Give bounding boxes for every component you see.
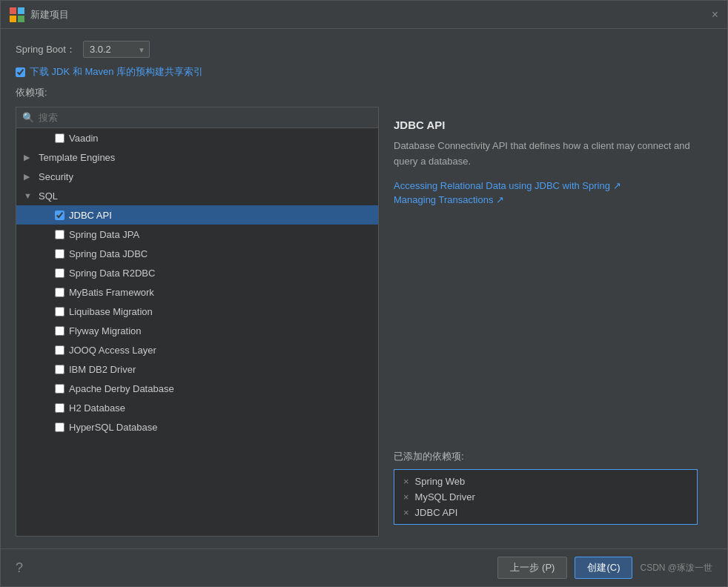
watermark: CSDN @琢泼一世 [640, 562, 712, 574]
create-button[interactable]: 创建(C) [575, 557, 632, 579]
added-deps-box: × Spring Web × MySQL Driver × JDBC API [394, 469, 698, 525]
dep-item-label: Spring Web [415, 476, 466, 487]
dependencies-label: 依赖项: [16, 86, 712, 99]
list-item[interactable]: Vaadin [16, 128, 378, 147]
dep-item: × Spring Web [403, 476, 688, 487]
detail-description: Database Connectivity API that defines h… [394, 139, 698, 170]
spring-boot-version-select[interactable]: 3.0.2 3.1.0 2.7.x 2.6.x [83, 41, 150, 58]
list-item[interactable]: Liquibase Migration [16, 302, 378, 321]
h2-checkbox[interactable] [55, 403, 64, 413]
item-label: Flyway Migration [69, 325, 142, 336]
left-panel: 🔍 Vaadin ▶ Template Engines [16, 107, 379, 537]
item-label: Apache Derby Database [69, 383, 174, 394]
item-label: Security [39, 171, 73, 182]
detail-title: JDBC API [394, 119, 698, 131]
item-label: SQL [39, 190, 58, 202]
list-item[interactable]: JDBC API [16, 205, 378, 225]
collapse-icon: ▼ [24, 191, 34, 200]
item-label: JDBC API [69, 210, 112, 221]
svg-rect-1 [18, 7, 24, 14]
list-item[interactable]: Spring Data JPA [16, 225, 378, 244]
list-item[interactable]: HyperSQL Database [16, 417, 378, 437]
main-content: Spring Boot： 3.0.2 3.1.0 2.7.x 2.6.x ▼ 下… [1, 29, 727, 548]
hypersql-checkbox[interactable] [55, 422, 64, 432]
expand-icon: ▶ [24, 153, 34, 162]
search-input[interactable] [39, 112, 372, 123]
expand-icon: ▶ [24, 172, 34, 182]
remove-spring-web-button[interactable]: × [403, 476, 409, 487]
title-bar-left: 新建项目 [10, 7, 69, 22]
ibm-db2-checkbox[interactable] [55, 365, 64, 374]
download-checkbox-row: 下载 JDK 和 Maven 库的预构建共享索引 [16, 65, 712, 79]
item-label: Liquibase Migration [69, 306, 153, 317]
search-icon: 🔍 [22, 112, 34, 123]
remove-mysql-driver-button[interactable]: × [403, 491, 409, 503]
added-deps-section: 已添加的依赖项: × Spring Web × MySQL Driver × J [394, 450, 698, 525]
detail-links: Accessing Relational Data using JDBC wit… [394, 180, 698, 205]
list-item[interactable]: MyBatis Framework [16, 282, 378, 302]
new-project-dialog: 新建项目 × Spring Boot： 3.0.2 3.1.0 2.7.x 2.… [0, 0, 728, 587]
dep-item: × JDBC API [403, 507, 688, 518]
spring-boot-label: Spring Boot： [16, 43, 76, 56]
list-item[interactable]: IBM DB2 Driver [16, 359, 378, 379]
spring-data-jdbc-checkbox[interactable] [55, 249, 64, 259]
item-label: H2 Database [69, 402, 125, 414]
main-area: 🔍 Vaadin ▶ Template Engines [16, 107, 712, 537]
item-label: MyBatis Framework [69, 287, 154, 298]
item-label: IBM DB2 Driver [69, 364, 136, 375]
dialog-title: 新建项目 [30, 8, 69, 21]
dep-item-label: MySQL Driver [415, 491, 475, 503]
list-item[interactable]: Apache Derby Database [16, 379, 378, 398]
list-item[interactable]: Flyway Migration [16, 321, 378, 340]
title-bar: 新建项目 × [1, 1, 727, 29]
close-button[interactable]: × [712, 9, 718, 21]
list-item[interactable]: ▶ Security [16, 167, 378, 186]
list-item[interactable]: JOOQ Access Layer [16, 340, 378, 359]
item-label: Vaadin [69, 133, 99, 144]
flyway-checkbox[interactable] [55, 326, 64, 336]
svg-rect-2 [10, 16, 16, 22]
apache-derby-checkbox[interactable] [55, 384, 64, 394]
help-button[interactable]: ? [16, 560, 23, 576]
item-label: Template Engines [39, 152, 115, 163]
list-item[interactable]: Spring Data JDBC [16, 244, 378, 263]
list-item[interactable]: Spring Data R2DBC [16, 263, 378, 282]
download-checkbox[interactable] [16, 67, 25, 77]
item-label: Spring Data JDBC [69, 248, 148, 259]
spring-data-r2dbc-checkbox[interactable] [55, 268, 64, 278]
remove-jdbc-api-button[interactable]: × [403, 507, 409, 518]
liquibase-checkbox[interactable] [55, 307, 64, 316]
spring-boot-row: Spring Boot： 3.0.2 3.1.0 2.7.x 2.6.x ▼ [16, 41, 712, 58]
item-label: Spring Data R2DBC [69, 268, 155, 279]
vaadin-checkbox[interactable] [55, 133, 64, 143]
item-label: Spring Data JPA [69, 229, 139, 240]
svg-rect-0 [10, 7, 16, 14]
back-button[interactable]: 上一步 (P) [497, 557, 567, 579]
search-box: 🔍 [16, 107, 378, 128]
footer: ? 上一步 (P) 创建(C) CSDN @琢泼一世 [1, 548, 727, 586]
item-label: JOOQ Access Layer [69, 345, 156, 356]
list-item[interactable]: H2 Database [16, 398, 378, 417]
detail-link-2[interactable]: Managing Transactions ↗ [394, 194, 698, 205]
spring-data-jpa-checkbox[interactable] [55, 230, 64, 239]
tree-list: Vaadin ▶ Template Engines ▶ Security ▼ [16, 128, 378, 536]
version-select-wrapper[interactable]: 3.0.2 3.1.0 2.7.x 2.6.x ▼ [83, 41, 150, 58]
svg-rect-3 [18, 16, 24, 22]
app-icon [10, 7, 24, 22]
detail-link-1[interactable]: Accessing Relational Data using JDBC wit… [394, 180, 698, 191]
footer-right: 上一步 (P) 创建(C) CSDN @琢泼一世 [497, 557, 712, 579]
jdbc-api-checkbox[interactable] [55, 210, 64, 220]
item-label: HyperSQL Database [69, 422, 157, 433]
right-panel: JDBC API Database Connectivity API that … [379, 107, 712, 537]
mybatis-checkbox[interactable] [55, 288, 64, 297]
added-deps-label: 已添加的依赖项: [394, 450, 698, 463]
dep-item: × MySQL Driver [403, 491, 688, 503]
jooq-checkbox[interactable] [55, 345, 64, 355]
list-item[interactable]: ▶ Template Engines [16, 147, 378, 167]
list-item[interactable]: ▼ SQL [16, 186, 378, 205]
dep-item-label: JDBC API [415, 507, 458, 518]
download-label[interactable]: 下载 JDK 和 Maven 库的预构建共享索引 [30, 65, 203, 79]
